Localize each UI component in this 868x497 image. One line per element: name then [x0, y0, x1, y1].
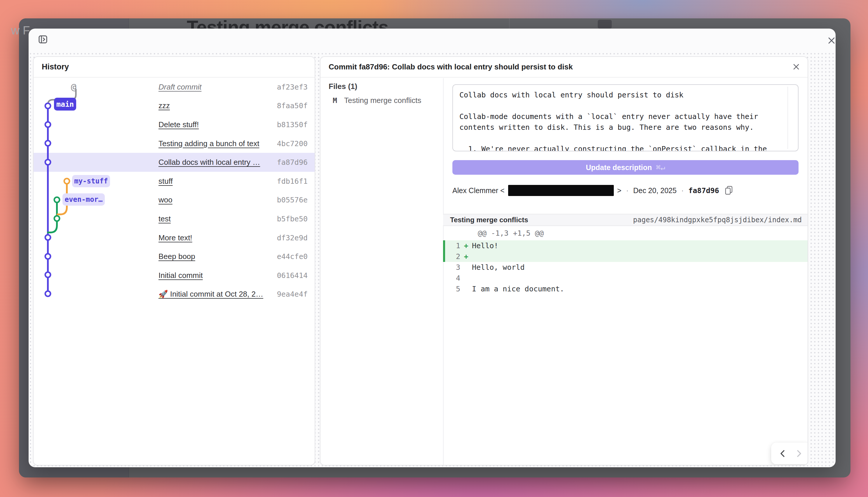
commit-hash: b81350f [277, 120, 308, 129]
commit-row[interactable]: Initial commit 0616414 [33, 266, 314, 285]
line-number: 4 [445, 274, 460, 282]
commit-row[interactable]: test b5fbe50 [33, 210, 314, 228]
commit-row-selected[interactable]: Collab docs with local entry … fa87d96 [33, 153, 314, 172]
dot-separator: · [680, 186, 685, 195]
commit-row[interactable]: More text! df32e9d [33, 228, 314, 247]
file-status-modified: M [333, 96, 337, 105]
line-text: I am a nice document. [472, 285, 564, 293]
file-name: Testing merge conflicts [344, 96, 421, 105]
commit-title-link[interactable]: Initial commit [158, 271, 271, 280]
textarea-scrollbar[interactable] [787, 87, 788, 149]
file-list-item[interactable]: M Testing merge conflicts [333, 96, 421, 105]
commit-title-link[interactable]: stuff [158, 177, 271, 186]
commit-hash: e44cfe0 [277, 252, 308, 261]
update-description-label: Update description [586, 163, 652, 172]
commit-title-link[interactable]: test [158, 214, 271, 224]
redacted-email [508, 185, 614, 196]
close-icon [793, 63, 800, 70]
commit-row[interactable]: Delete stuff! b81350f [33, 115, 314, 134]
commit-title-link[interactable]: Delete stuff! [158, 120, 271, 129]
keyboard-shortcut-hint: ⌘↵ [656, 163, 665, 172]
commit-detail-title: Commit fa87d96: Collab docs with local e… [321, 57, 808, 77]
commit-title-link[interactable]: Testing adding a bunch of text [158, 139, 271, 148]
commit-author-row: Alex Clemmer < > · Dec 20, 2025 · fa87d9… [452, 185, 733, 196]
commit-hash: df32e9d [277, 233, 308, 242]
diff-line: 4 [443, 273, 808, 284]
close-icon [827, 37, 836, 45]
line-number: 1 [445, 241, 460, 250]
history-modal: History Draft commit af23ef3 zzz 8faa50f… [29, 29, 836, 467]
commit-title-link[interactable]: More text! [158, 233, 271, 242]
commit-title-link[interactable]: 🚀 Initial commit at Oct 28, 2… [158, 289, 271, 299]
detail-close-button[interactable] [791, 61, 801, 72]
diff-file-title: Testing merge conflicts [450, 216, 528, 224]
app-toolbar-divider [509, 18, 509, 30]
commit-hash: b05576e [277, 196, 308, 204]
next-commit-button-disabled[interactable] [793, 447, 806, 460]
commit-row[interactable]: 🚀 Initial commit at Oct 28, 2… 9ea4e4f [33, 285, 314, 304]
chevron-left-icon [779, 449, 786, 458]
update-description-button[interactable]: Update description ⌘↵ [452, 160, 799, 175]
commit-hash: 4bc7200 [277, 139, 308, 148]
diff-line: 5 I am a nice document. [443, 284, 808, 294]
commit-title-link[interactable]: zzz [158, 101, 271, 110]
modal-close-button[interactable] [826, 35, 837, 46]
commit-pager [771, 442, 808, 464]
app-toolbar-item [598, 20, 612, 29]
line-number: 5 [445, 285, 460, 293]
diff-hunk-header: @@ -1,3 +1,5 @@ [443, 226, 808, 240]
diff-view: @@ -1,3 +1,5 @@ 1 + Hello! 2 + 3 Hello, … [443, 226, 808, 294]
added-sign: + [460, 241, 472, 250]
history-panel-title: History [33, 57, 314, 77]
commit-description-text: Collab docs with local entry should pers… [459, 89, 784, 151]
branch-label-even-more[interactable]: even-mor… [62, 194, 105, 205]
copy-hash-button[interactable] [724, 185, 733, 195]
commit-description-textarea[interactable]: Collab docs with local entry should pers… [452, 84, 799, 151]
diff-line-added: 1 + Hello! [443, 240, 808, 251]
diff-line-added: 2 + [443, 251, 808, 262]
diff-file-path: pages/498kindgpxke5fpq8jsjdibex/index.md [633, 216, 802, 224]
commit-hash: 9ea4e4f [277, 290, 308, 298]
sidebar-expand-icon [38, 35, 47, 44]
line-text: Hello! [472, 241, 498, 250]
diff-file-header: Testing merge conflicts pages/498kindgpx… [443, 214, 808, 226]
commit-hash: b5fbe50 [277, 215, 308, 223]
commit-hash: fdb16f1 [277, 177, 308, 185]
author-email-close: > [617, 186, 622, 195]
commit-hash: 0616414 [277, 271, 308, 280]
commit-date: Dec 20, 2025 [633, 186, 676, 195]
history-panel: History Draft commit af23ef3 zzz 8faa50f… [33, 56, 315, 466]
sidebar-toggle-icon[interactable] [37, 34, 48, 45]
branch-label-my-stuff[interactable]: my-stuff [72, 175, 110, 187]
background-text-fragment: w F [11, 24, 30, 37]
commit-row[interactable]: Testing adding a bunch of text 4bc7200 [33, 134, 314, 153]
files-section-label: Files (1) [328, 82, 357, 91]
author-name: Alex Clemmer < [452, 186, 505, 195]
previous-commit-button[interactable] [776, 447, 789, 460]
commit-title-link[interactable]: Draft commit [158, 83, 271, 91]
commit-row[interactable]: Beep boop e44cfe0 [33, 247, 314, 266]
added-sign: + [460, 252, 472, 261]
commit-title-link[interactable]: Collab docs with local entry … [158, 158, 271, 167]
commit-list: Draft commit af23ef3 zzz 8faa50f Delete … [33, 77, 314, 303]
commit-hash: 8faa50f [277, 101, 308, 110]
commit-title-link[interactable]: Beep boop [158, 252, 271, 261]
head-indicator: @ [71, 81, 76, 92]
commit-hash: fa87d96 [277, 158, 308, 167]
dot-separator: · [625, 186, 630, 195]
chevron-right-icon [795, 449, 803, 458]
commit-title-link[interactable]: woo [158, 195, 271, 204]
commit-detail-panel: Commit fa87d96: Collab docs with local e… [320, 56, 808, 466]
line-number: 2 [445, 252, 460, 261]
commit-short-hash: fa87d96 [688, 186, 719, 195]
diff-line: 3 Hello, world [443, 262, 808, 273]
branch-label-main[interactable]: main [54, 98, 76, 111]
commit-hash: af23ef3 [277, 83, 308, 91]
line-text: Hello, world [472, 263, 525, 272]
line-number: 3 [445, 263, 460, 272]
copy-icon [724, 185, 733, 195]
